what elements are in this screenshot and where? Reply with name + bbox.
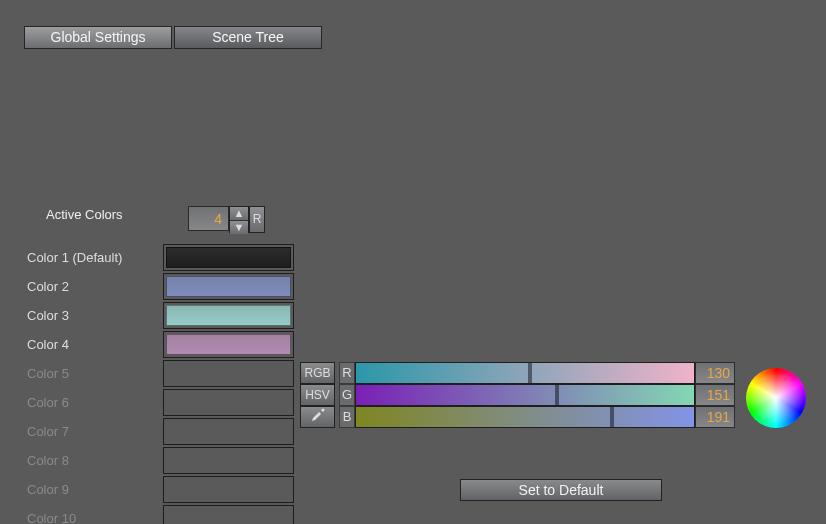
color-label: Color 3 bbox=[25, 308, 163, 323]
tab-bar: Global SettingsScene Tree bbox=[24, 26, 322, 49]
color-row: Color 10 bbox=[25, 504, 294, 524]
color-wheel[interactable] bbox=[746, 368, 806, 428]
color-label: Color 10 bbox=[25, 511, 163, 524]
channel-slider[interactable] bbox=[355, 362, 695, 384]
color-row: Color 2 bbox=[25, 272, 294, 301]
channel-value-input[interactable]: 151 bbox=[695, 384, 735, 406]
channel-row-g: G151 bbox=[339, 384, 735, 406]
color-list: Color 1 (Default)Color 2Color 3Color 4Co… bbox=[25, 243, 294, 524]
color-swatch[interactable] bbox=[163, 302, 294, 329]
spinner-down-icon[interactable]: ▼ bbox=[230, 221, 248, 234]
channel-slider[interactable] bbox=[355, 406, 695, 428]
color-label: Color 4 bbox=[25, 337, 163, 352]
rgb-panel: RGB HSV R130G151B191 bbox=[300, 362, 735, 428]
color-swatch-fill bbox=[166, 247, 291, 268]
color-label: Color 8 bbox=[25, 453, 163, 468]
color-label: Color 5 bbox=[25, 366, 163, 381]
color-label: Color 9 bbox=[25, 482, 163, 497]
color-swatch[interactable] bbox=[163, 273, 294, 300]
color-row: Color 6 bbox=[25, 388, 294, 417]
channel-label: G bbox=[339, 384, 355, 406]
set-to-default-button[interactable]: Set to Default bbox=[460, 479, 662, 501]
color-row: Color 3 bbox=[25, 301, 294, 330]
color-swatch[interactable] bbox=[163, 244, 294, 271]
tab-scene-tree[interactable]: Scene Tree bbox=[174, 26, 322, 49]
color-swatch bbox=[163, 360, 294, 387]
active-colors-spinner: ▲ ▼ bbox=[229, 206, 249, 233]
color-row: Color 9 bbox=[25, 475, 294, 504]
color-row: Color 1 (Default) bbox=[25, 243, 294, 272]
active-colors-label: Active Colors bbox=[46, 207, 123, 222]
active-colors-input[interactable]: 4 bbox=[188, 206, 229, 231]
color-swatch bbox=[163, 476, 294, 503]
slider-thumb[interactable] bbox=[610, 407, 614, 427]
slider-thumb[interactable] bbox=[555, 385, 559, 405]
color-label: Color 1 (Default) bbox=[25, 250, 163, 265]
channel-slider[interactable] bbox=[355, 384, 695, 406]
color-row: Color 7 bbox=[25, 417, 294, 446]
active-colors-row: Active Colors bbox=[46, 207, 123, 222]
spinner-up-icon[interactable]: ▲ bbox=[230, 207, 248, 221]
color-swatch bbox=[163, 389, 294, 416]
color-swatch bbox=[163, 447, 294, 474]
color-swatch-fill bbox=[166, 276, 291, 297]
active-colors-reset-button[interactable]: R bbox=[249, 206, 265, 233]
slider-thumb[interactable] bbox=[528, 363, 532, 383]
color-swatch bbox=[163, 418, 294, 445]
color-label: Color 7 bbox=[25, 424, 163, 439]
color-label: Color 2 bbox=[25, 279, 163, 294]
color-row: Color 4 bbox=[25, 330, 294, 359]
color-row: Color 8 bbox=[25, 446, 294, 475]
color-swatch-fill bbox=[166, 305, 291, 326]
color-swatch bbox=[163, 505, 294, 524]
channel-value-input[interactable]: 191 bbox=[695, 406, 735, 428]
rgb-mode-button[interactable]: RGB bbox=[300, 362, 335, 384]
channel-sliders: R130G151B191 bbox=[339, 362, 735, 428]
hsv-mode-button[interactable]: HSV bbox=[300, 384, 335, 406]
eyedropper-icon bbox=[310, 407, 326, 423]
eyedropper-button[interactable] bbox=[300, 406, 335, 428]
channel-value-input[interactable]: 130 bbox=[695, 362, 735, 384]
tab-global-settings[interactable]: Global Settings bbox=[24, 26, 172, 49]
active-colors-field: 4 ▲ ▼ R bbox=[188, 206, 265, 233]
channel-label: B bbox=[339, 406, 355, 428]
channel-row-b: B191 bbox=[339, 406, 735, 428]
color-row: Color 5 bbox=[25, 359, 294, 388]
mode-buttons: RGB HSV bbox=[300, 362, 335, 428]
color-swatch[interactable] bbox=[163, 331, 294, 358]
channel-label: R bbox=[339, 362, 355, 384]
channel-row-r: R130 bbox=[339, 362, 735, 384]
color-label: Color 6 bbox=[25, 395, 163, 410]
color-swatch-fill bbox=[166, 334, 291, 355]
